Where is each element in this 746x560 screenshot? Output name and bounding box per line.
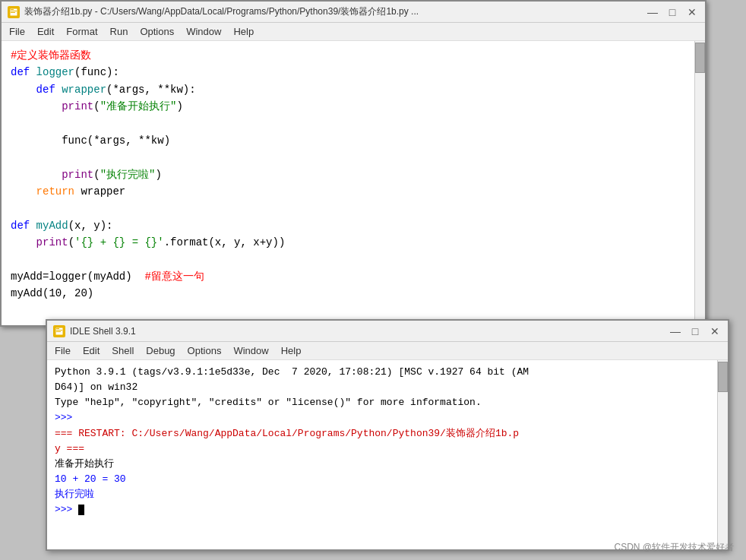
code-line-10 (11, 201, 696, 217)
shell-menu-debug[interactable]: Debug (141, 343, 179, 358)
editor-window: 装饰器介绍1b.py - C:/Users/Wang/AppData/Local… (0, 0, 706, 327)
shell-titlebar-controls: — □ ✕ (669, 324, 722, 338)
editor-title: 装饰器介绍1b.py - C:/Users/Wang/AppData/Local… (24, 5, 419, 18)
shell-menu-window[interactable]: Window (229, 343, 273, 358)
editor-scrollbar[interactable] (694, 41, 705, 325)
shell-line-8: 10 + 20 = 30 (55, 472, 720, 487)
scrollbar-thumb[interactable] (695, 43, 705, 73)
shell-menu-file[interactable]: File (50, 343, 75, 358)
shell-titlebar-left: IDLE Shell 3.9.1 (53, 325, 136, 337)
svg-rect-7 (56, 331, 61, 332)
shell-menubar: File Edit Shell Debug Options Window Hel… (47, 342, 728, 360)
editor-content[interactable]: #定义装饰器函数 def logger(func): def wrapper(*… (2, 41, 705, 325)
shell-line-1: Python 3.9.1 (tags/v3.9.1:1e5d33e, Dec 7… (55, 365, 720, 380)
watermark: CSDN @软件开发技术爱好者 (614, 541, 734, 554)
shell-scrollbar-thumb[interactable] (718, 362, 728, 392)
shell-line-2: D64)] on win32 (55, 380, 720, 395)
shell-maximize-button[interactable]: □ (688, 324, 702, 338)
shell-line-6: y === (55, 441, 720, 457)
menu-edit[interactable]: Edit (33, 24, 58, 39)
code-line-9: return wrapper (11, 183, 696, 200)
shell-line-10: >>> (55, 502, 720, 517)
code-line-7 (11, 149, 696, 166)
shell-menu-help[interactable]: Help (277, 343, 306, 358)
svg-rect-5 (56, 328, 59, 329)
shell-line-7: 准备开始执行 (55, 457, 720, 472)
shell-titlebar: IDLE Shell 3.9.1 — □ ✕ (47, 321, 728, 342)
menu-window[interactable]: Window (182, 24, 226, 39)
code-line-2: def logger(func): (11, 64, 696, 81)
menu-options[interactable]: Options (135, 24, 179, 39)
shell-line-4: >>> (55, 410, 720, 426)
code-line-3: def wrapper(*args, **kw): (11, 81, 696, 98)
code-line-13 (11, 252, 696, 268)
shell-content[interactable]: Python 3.9.1 (tags/v3.9.1:1e5d33e, Dec 7… (47, 360, 728, 549)
code-line-6: func(*args, **kw) (11, 132, 696, 149)
shell-menu-options[interactable]: Options (183, 343, 226, 358)
shell-scrollbar[interactable] (717, 360, 728, 549)
shell-title: IDLE Shell 3.9.1 (70, 326, 136, 337)
code-line-15: myAdd(10, 20) (11, 285, 696, 302)
text-cursor (78, 505, 84, 515)
code-line-8: print("执行完啦") (11, 166, 696, 183)
code-line-1: #定义装饰器函数 (11, 47, 696, 64)
shell-close-button[interactable]: ✕ (708, 324, 722, 338)
shell-icon (53, 325, 65, 337)
shell-window: IDLE Shell 3.9.1 — □ ✕ File Edit Shell D… (46, 319, 729, 551)
shell-line-5: === RESTART: C:/Users/Wang/AppData/Local… (55, 426, 720, 441)
shell-line-3: Type "help", "copyright", "credits" or "… (55, 395, 720, 410)
close-button[interactable]: ✕ (685, 5, 699, 19)
shell-line-9: 执行完啦 (55, 487, 720, 502)
titlebar-left: 装饰器介绍1b.py - C:/Users/Wang/AppData/Local… (8, 5, 419, 18)
code-line-4: print("准备开始执行") (11, 98, 696, 115)
svg-rect-6 (56, 330, 62, 331)
editor-titlebar: 装饰器介绍1b.py - C:/Users/Wang/AppData/Local… (2, 2, 705, 23)
svg-rect-3 (11, 12, 15, 13)
shell-menu-shell[interactable]: Shell (107, 343, 138, 358)
code-line-12: print('{} + {} = {}'.format(x, y, x+y)) (11, 234, 696, 251)
menu-format[interactable]: Format (62, 24, 102, 39)
code-line-5 (11, 115, 696, 132)
shell-minimize-button[interactable]: — (669, 324, 682, 338)
editor-icon (8, 6, 20, 18)
svg-rect-1 (11, 9, 14, 10)
titlebar-controls: — □ ✕ (646, 5, 699, 19)
code-line-14: myAdd=logger(myAdd) #留意这一句 (11, 268, 696, 285)
svg-rect-2 (11, 11, 17, 11)
shell-menu-edit[interactable]: Edit (78, 343, 104, 358)
minimize-button[interactable]: — (646, 5, 659, 19)
code-line-11: def myAdd(x, y): (11, 217, 696, 234)
menu-help[interactable]: Help (229, 24, 258, 39)
menu-file[interactable]: File (5, 24, 30, 39)
menu-run[interactable]: Run (106, 24, 133, 39)
editor-menubar: File Edit Format Run Options Window Help (2, 23, 705, 41)
maximize-button[interactable]: □ (665, 5, 679, 19)
